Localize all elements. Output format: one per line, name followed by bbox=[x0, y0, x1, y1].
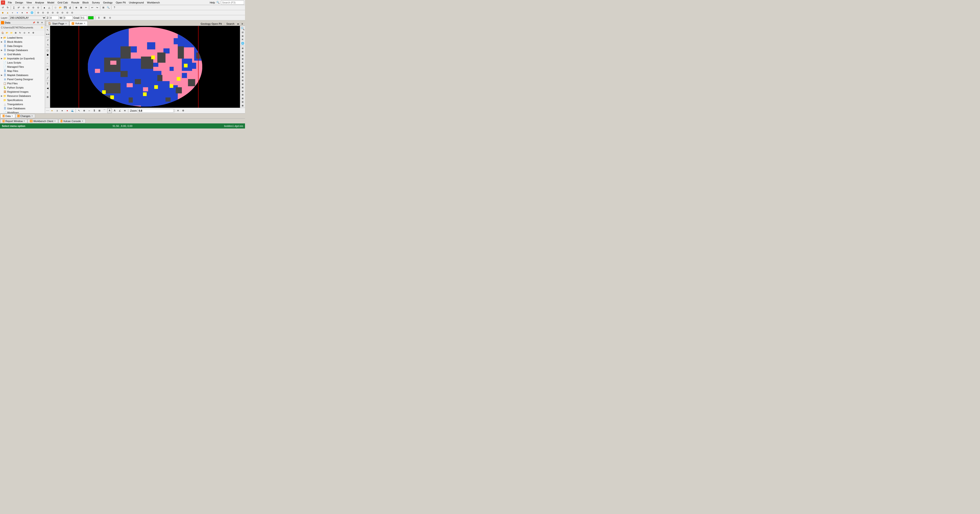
tb-x2[interactable]: x² bbox=[16, 5, 21, 10]
window-tab-console[interactable]: V Vulcan Console ✕ bbox=[59, 119, 86, 123]
bt-circle-dark[interactable]: ● bbox=[60, 108, 65, 113]
menu-gridcalc[interactable]: Grid Calc bbox=[56, 1, 70, 5]
menu-model[interactable]: Model bbox=[46, 1, 56, 5]
tree-item-workflows[interactable]: ▶ 📄 Workflows bbox=[0, 110, 45, 113]
rt-btn15[interactable]: ⊞ bbox=[240, 97, 245, 100]
tb2-btn8[interactable]: ⊙ bbox=[70, 10, 75, 15]
tb2-circle-blue[interactable]: ● bbox=[15, 10, 20, 15]
window-tab-report[interactable]: R Report Window ✕ bbox=[0, 119, 27, 123]
tb2-diamond-yellow[interactable]: ◆ bbox=[0, 10, 5, 15]
rt-btn8[interactable]: ⊞ bbox=[240, 72, 245, 75]
tb-paste[interactable]: ⊠ bbox=[79, 5, 83, 10]
tree-item-triangulations[interactable]: ▶ △ Triangulations bbox=[0, 102, 45, 106]
tree-item-registered-images[interactable]: ▶ 🖼 Registered Images bbox=[0, 90, 45, 94]
tb-circle1[interactable]: ⊙ bbox=[21, 5, 26, 10]
rt-zoom-fit[interactable]: ⊞ bbox=[240, 35, 245, 38]
lt-text[interactable]: T bbox=[46, 81, 50, 86]
window-tab-workbench[interactable]: W Workbench Client ✕ bbox=[28, 119, 58, 123]
lt-circle[interactable]: ◉ bbox=[46, 67, 50, 71]
tb2-btn5[interactable]: ⊙ bbox=[55, 10, 60, 15]
tb2-btn3[interactable]: ⊙ bbox=[46, 10, 50, 15]
tab-area-btn1[interactable]: ⬅ bbox=[236, 22, 240, 25]
tb2-triangle-yellow[interactable]: ▲ bbox=[5, 10, 10, 15]
bt-curve3[interactable]: ⌒ bbox=[102, 108, 107, 113]
layerbar-info-btn[interactable]: ℹ bbox=[97, 16, 101, 20]
layerbar-btn2[interactable]: ⊞ bbox=[102, 16, 107, 20]
search-box[interactable] bbox=[221, 0, 244, 5]
lt-curve[interactable]: ⌒ bbox=[46, 57, 50, 61]
tab-close-start[interactable]: ✕ bbox=[65, 22, 67, 25]
lt-grid-pts[interactable]: ⊞ bbox=[46, 95, 50, 99]
lt-curve2[interactable]: ⌣ bbox=[46, 61, 50, 65]
bt-crosshair[interactable]: ⊕ bbox=[82, 108, 86, 113]
bt-circle-red[interactable]: ● bbox=[65, 108, 70, 113]
panel-close-btn[interactable]: ✕ bbox=[40, 21, 44, 24]
grad-input[interactable] bbox=[80, 16, 87, 20]
menu-block[interactable]: Block bbox=[81, 1, 90, 5]
tb-help[interactable]: ? bbox=[112, 5, 117, 10]
pt-filter[interactable]: ⊙ bbox=[22, 31, 27, 35]
tb-zoom-fit[interactable]: ⊞ bbox=[101, 5, 106, 10]
canvas-area[interactable] bbox=[50, 26, 240, 108]
panel-tab-changes[interactable]: C Changes ✕ bbox=[15, 114, 35, 118]
tb-copy[interactable]: ⊕ bbox=[74, 5, 79, 10]
tree-item-lava-scripts[interactable]: ▶ 📄 Lava Scripts bbox=[0, 60, 45, 65]
bt-move[interactable]: ↔ bbox=[87, 108, 92, 113]
panel-float-btn[interactable]: ⧉ bbox=[36, 21, 40, 24]
rt-btn9[interactable]: ⊞ bbox=[240, 75, 245, 79]
tree-item-python-scripts[interactable]: ▶ 🐍 Python Scripts bbox=[0, 86, 45, 90]
tb-zoom-in[interactable]: 🔍 bbox=[106, 5, 110, 10]
z-input[interactable] bbox=[49, 16, 59, 20]
rt-globe[interactable]: 🌐 bbox=[240, 41, 245, 45]
rt-btn14[interactable]: ⊞ bbox=[240, 93, 245, 97]
tb-redo[interactable]: ↻ bbox=[5, 5, 10, 10]
tree-item-importable[interactable]: ▶ 📁 Importable (or Exported) bbox=[0, 56, 45, 60]
tb-triangle-outline[interactable]: △ bbox=[47, 5, 51, 10]
search-label[interactable]: Search bbox=[226, 22, 234, 25]
panel-tab-data-close[interactable]: ✕ bbox=[11, 115, 13, 117]
panel-path-btn[interactable]: 📁 bbox=[40, 25, 44, 30]
bt-circle-yellow[interactable]: ● bbox=[50, 108, 54, 113]
menu-underground[interactable]: Underground bbox=[127, 1, 145, 5]
tb2-circle-gray[interactable]: ● bbox=[10, 10, 15, 15]
tree-item-maptek-db[interactable]: ▶ 🗄 Maptek Databases bbox=[0, 73, 45, 77]
w-input[interactable] bbox=[63, 16, 73, 20]
help-link[interactable]: Help bbox=[210, 1, 215, 4]
bt-text-a1[interactable]: A bbox=[107, 108, 112, 113]
lt-rect[interactable]: ◻ bbox=[46, 48, 50, 52]
tb-triangle-filled[interactable]: ▲ bbox=[42, 5, 47, 10]
pt-folder-up[interactable]: 📂 bbox=[5, 31, 9, 35]
bt-text-a2[interactable]: A bbox=[112, 108, 117, 113]
tb-sum[interactable]: ∑ bbox=[11, 5, 16, 10]
tb2-btn7[interactable]: ⊙ bbox=[65, 10, 70, 15]
tb-rotate-ccw[interactable]: ↩ bbox=[90, 5, 94, 10]
bt-grid2[interactable]: ⊞ bbox=[97, 108, 102, 113]
zoom-input[interactable] bbox=[138, 109, 173, 113]
tb-circle3[interactable]: ⊙ bbox=[31, 5, 36, 10]
tree-item-grid-models[interactable]: ▶ ⊞ Grid Models bbox=[0, 52, 45, 56]
bt-angle[interactable]: ∠ bbox=[118, 108, 122, 113]
tb-rotate-cw[interactable]: ↪ bbox=[95, 5, 99, 10]
tb2-btn1[interactable]: ⊙ bbox=[36, 10, 40, 15]
tb-new[interactable]: □ bbox=[53, 5, 58, 10]
tb-circle2[interactable]: ⊙ bbox=[26, 5, 31, 10]
window-tab-console-close[interactable]: ✕ bbox=[81, 120, 83, 122]
tb-cut[interactable]: ✂ bbox=[84, 5, 88, 10]
pt-settings[interactable]: ⚙ bbox=[31, 31, 35, 35]
rt-btn11[interactable]: ⊞ bbox=[240, 82, 245, 86]
bt-cursor[interactable]: ↖ bbox=[77, 108, 81, 113]
lt-diamond[interactable]: ⬦ bbox=[46, 91, 50, 94]
rt-r1[interactable]: R bbox=[240, 38, 245, 41]
menu-file[interactable]: File bbox=[6, 1, 13, 5]
bt-circle-gray[interactable]: ◗ bbox=[55, 108, 59, 113]
lt-arrow2[interactable]: ↘ bbox=[46, 42, 50, 46]
tb-undo[interactable]: ↺ bbox=[0, 5, 5, 10]
bt-wave[interactable]: 🌊 bbox=[70, 108, 75, 113]
menu-geology[interactable]: Geology bbox=[102, 1, 114, 5]
rt-btn6[interactable]: ⊞ bbox=[240, 64, 245, 68]
pt-delete[interactable]: ✕ bbox=[27, 31, 31, 35]
tb2-btn6[interactable]: ⊙ bbox=[60, 10, 65, 15]
menu-design[interactable]: Design bbox=[14, 1, 24, 5]
tab-close-vulcan[interactable]: ✕ bbox=[84, 22, 86, 24]
tb-open[interactable]: 📂 bbox=[58, 5, 63, 10]
